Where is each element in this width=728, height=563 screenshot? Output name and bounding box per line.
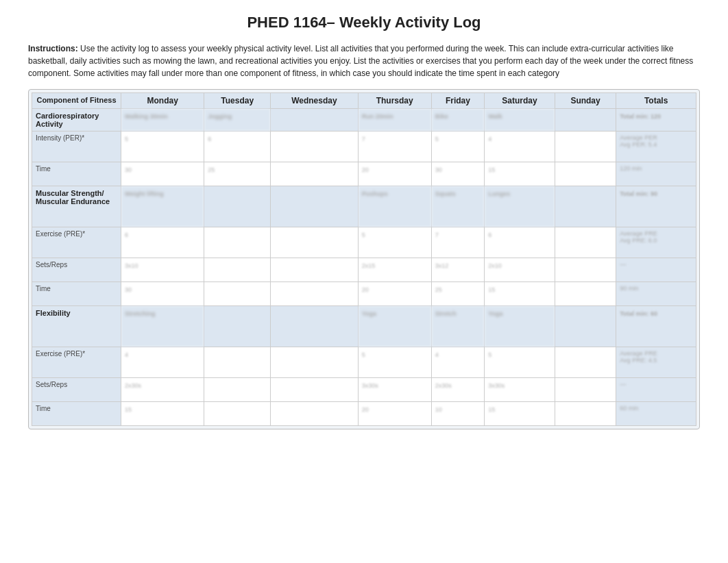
flex-sets-mon[interactable]: 2x30s: [121, 378, 204, 402]
header-saturday: Saturday: [485, 93, 555, 109]
exercise-pre-fri[interactable]: 7: [431, 227, 484, 258]
cardio-time-tue[interactable]: 25: [204, 162, 271, 186]
muscular-time-tue[interactable]: [204, 282, 271, 306]
cardio-activity-sat[interactable]: Walk: [485, 109, 555, 132]
flex-time-wed[interactable]: [271, 402, 359, 426]
cardio-time-fri[interactable]: 30: [431, 162, 484, 186]
sets-reps-wed[interactable]: [271, 258, 359, 282]
flex-time-sat[interactable]: 15: [485, 402, 555, 426]
flex-sets-thu[interactable]: 3x30s: [358, 378, 431, 402]
cardio-time-mon[interactable]: 30: [121, 162, 204, 186]
sets-reps-mon[interactable]: 3x10: [121, 258, 204, 282]
muscular-activity-wed[interactable]: [271, 186, 359, 227]
flex-pre-tue[interactable]: [204, 347, 271, 378]
intensity-fri[interactable]: 5: [431, 132, 484, 162]
muscular-activity-sat[interactable]: Lunges: [485, 186, 555, 227]
muscular-time-fri[interactable]: 25: [431, 282, 484, 306]
section-flexibility-label: Flexibility: [32, 306, 121, 347]
header-thursday: Thursday: [358, 93, 431, 109]
section-muscular-label: Muscular Strength/ Muscular Endurance: [32, 186, 121, 227]
flex-sets-wed[interactable]: [271, 378, 359, 402]
sets-reps-total: —: [616, 258, 696, 282]
muscular-time-wed[interactable]: [271, 282, 359, 306]
intensity-sat[interactable]: 4: [485, 132, 555, 162]
cardio-activity-total: Total min: 120: [616, 109, 696, 132]
flex-pre-mon[interactable]: 4: [121, 347, 204, 378]
label-exercise-pre: Exercise (PRE)*: [32, 227, 121, 258]
page-wrapper: PHED 1164– Weekly Activity Log Instructi…: [21, 0, 707, 443]
intensity-wed[interactable]: [271, 132, 359, 162]
flex-activity-fri[interactable]: Stretch: [431, 306, 484, 347]
intensity-tue[interactable]: 6: [204, 132, 271, 162]
header-friday: Friday: [431, 93, 484, 109]
flex-sets-tue[interactable]: [204, 378, 271, 402]
muscular-activity-fri[interactable]: Squats: [431, 186, 484, 227]
header-tuesday: Tuesday: [204, 93, 271, 109]
exercise-pre-mon[interactable]: 6: [121, 227, 204, 258]
muscular-activity-tue[interactable]: [204, 186, 271, 227]
intensity-sun[interactable]: [555, 132, 616, 162]
flex-activity-sat[interactable]: Yoga: [485, 306, 555, 347]
cardio-activity-fri[interactable]: Bike: [431, 109, 484, 132]
sets-reps-thu[interactable]: 2x15: [358, 258, 431, 282]
flex-sets-fri[interactable]: 2x30s: [431, 378, 484, 402]
header-component: Component of Fitness: [32, 93, 121, 109]
cardio-activity-tue[interactable]: Jogging: [204, 109, 271, 132]
header-wednesday: Wednesday: [271, 93, 359, 109]
intensity-mon[interactable]: 5: [121, 132, 204, 162]
flex-activity-mon[interactable]: Stretching: [121, 306, 204, 347]
muscular-activity-sun[interactable]: [555, 186, 616, 227]
sets-reps-sat[interactable]: 2x10: [485, 258, 555, 282]
exercise-pre-tue[interactable]: [204, 227, 271, 258]
muscular-time-thu[interactable]: 20: [358, 282, 431, 306]
intensity-thu[interactable]: 7: [358, 132, 431, 162]
flex-activity-tue[interactable]: [204, 306, 271, 347]
flex-pre-sat[interactable]: 5: [485, 347, 555, 378]
muscular-time-sat[interactable]: 15: [485, 282, 555, 306]
flex-time-thu[interactable]: 20: [358, 402, 431, 426]
flex-time-mon[interactable]: 15: [121, 402, 204, 426]
muscular-activity-total: Total min: 90: [616, 186, 696, 227]
flex-time-tue[interactable]: [204, 402, 271, 426]
muscular-activity-mon[interactable]: Weight lifting: [121, 186, 204, 227]
header-totals: Totals: [616, 93, 696, 109]
cardio-activity-sun[interactable]: [555, 109, 616, 132]
muscular-time-mon[interactable]: 30: [121, 282, 204, 306]
flex-activity-total: Total min: 60: [616, 306, 696, 347]
cardio-time-thu[interactable]: 20: [358, 162, 431, 186]
flex-activity-sun[interactable]: [555, 306, 616, 347]
flex-pre-total: Average PRE Avg PRE: 4.5: [616, 347, 696, 378]
row-exercise-pre: Exercise (PRE)* 6 5 7 6 Average PRE Avg …: [32, 227, 696, 258]
flex-activity-thu[interactable]: Yoga: [358, 306, 431, 347]
sets-reps-sun[interactable]: [555, 258, 616, 282]
exercise-pre-sat[interactable]: 6: [485, 227, 555, 258]
section-cardio-label: Cardiorespiratory Activity: [32, 109, 121, 132]
flex-pre-sun[interactable]: [555, 347, 616, 378]
cardio-time-wed[interactable]: [271, 162, 359, 186]
flex-sets-sat[interactable]: 3x30s: [485, 378, 555, 402]
flex-time-fri[interactable]: 10: [431, 402, 484, 426]
cardio-activity-thu[interactable]: Run 20min: [358, 109, 431, 132]
flex-pre-thu[interactable]: 5: [358, 347, 431, 378]
exercise-pre-thu[interactable]: 5: [358, 227, 431, 258]
flex-pre-wed[interactable]: [271, 347, 359, 378]
muscular-activity-thu[interactable]: Pushups: [358, 186, 431, 227]
muscular-time-sun[interactable]: [555, 282, 616, 306]
cardio-activity-wed[interactable]: [271, 109, 359, 132]
cardio-time-sun[interactable]: [555, 162, 616, 186]
cardio-time-sat[interactable]: 15: [485, 162, 555, 186]
flex-time-sun[interactable]: [555, 402, 616, 426]
exercise-pre-sun[interactable]: [555, 227, 616, 258]
header-sunday: Sunday: [555, 93, 616, 109]
sets-reps-tue[interactable]: [204, 258, 271, 282]
section-muscular: Muscular Strength/ Muscular Endurance We…: [32, 186, 696, 227]
label-flex-sets-reps: Sets/Reps: [32, 378, 121, 402]
cardio-activity-mon[interactable]: Walking 30min: [121, 109, 204, 132]
intensity-total: Average PER Avg PER: 5.4: [616, 132, 696, 162]
flex-sets-sun[interactable]: [555, 378, 616, 402]
exercise-pre-wed[interactable]: [271, 227, 359, 258]
header-row: Component of Fitness Monday Tuesday Wedn…: [32, 93, 696, 109]
sets-reps-fri[interactable]: 3x12: [431, 258, 484, 282]
flex-pre-fri[interactable]: 4: [431, 347, 484, 378]
flex-activity-wed[interactable]: [271, 306, 359, 347]
